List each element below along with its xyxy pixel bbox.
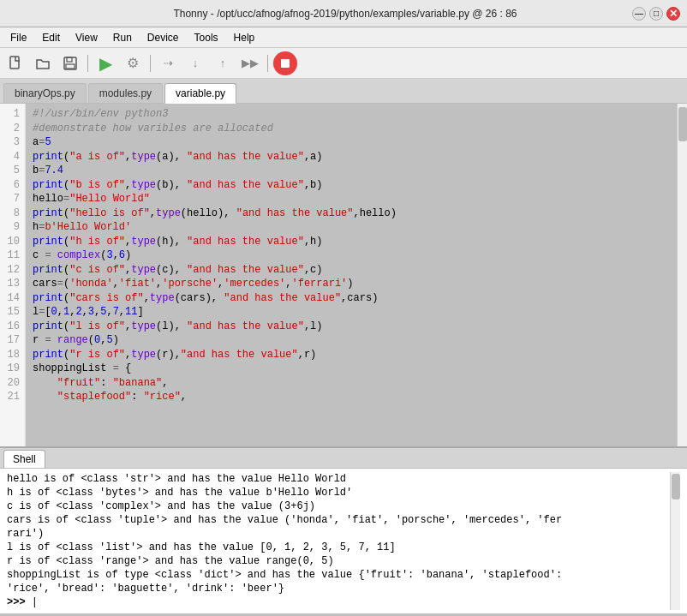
svg-rect-3 xyxy=(66,64,75,69)
close-button[interactable]: ✕ xyxy=(666,7,680,21)
menu-file[interactable]: File xyxy=(3,30,33,45)
editor-tabs: binaryOps.py modules.py variable.py xyxy=(0,79,687,104)
line-numbers: 12345 678910 1112131415 1617181920 21 xyxy=(0,104,26,446)
shell-output-text: hello is of <class 'str'> and has the va… xyxy=(7,473,562,595)
maximize-button[interactable]: □ xyxy=(649,7,663,21)
shell-cursor: | xyxy=(32,596,38,608)
step-over-button[interactable]: ⇢ xyxy=(156,51,180,75)
window-title: Thonny - /opt/ucc/afnog/afnog-2019/pytho… xyxy=(58,8,632,20)
shell-output-area[interactable]: hello is of <class 'str'> and has the va… xyxy=(0,469,687,613)
toolbar: ▶ ⚙ ⇢ ↓ ↑ ▶▶ xyxy=(0,48,687,79)
menu-view[interactable]: View xyxy=(69,30,105,45)
tab-variable[interactable]: variable.py xyxy=(164,83,236,104)
shell-tab[interactable]: Shell xyxy=(3,450,45,468)
resume-button[interactable]: ▶▶ xyxy=(238,51,262,75)
new-file-button[interactable] xyxy=(3,51,27,75)
main-area: 12345 678910 1112131415 1617181920 21 #!… xyxy=(0,104,687,613)
menu-tools[interactable]: Tools xyxy=(188,30,225,45)
svg-rect-0 xyxy=(10,57,19,69)
tab-modules[interactable]: modules.py xyxy=(88,83,163,103)
menu-device[interactable]: Device xyxy=(140,30,186,45)
tab-binaryops[interactable]: binaryOps.py xyxy=(3,83,87,103)
step-into-button[interactable]: ↓ xyxy=(183,51,207,75)
step-out-button[interactable]: ↑ xyxy=(211,51,235,75)
shell-scrollbar-thumb[interactable] xyxy=(672,474,680,499)
menubar: File Edit View Run Device Tools Help xyxy=(0,27,687,48)
editor-scrollbar[interactable] xyxy=(677,104,687,446)
save-file-button[interactable] xyxy=(58,51,82,75)
debug-button[interactable]: ⚙ xyxy=(121,51,145,75)
code-editor[interactable]: #!/usr/bin/env python3 #demonstrate how … xyxy=(26,104,677,446)
menu-run[interactable]: Run xyxy=(106,30,139,45)
titlebar: Thonny - /opt/ucc/afnog/afnog-2019/pytho… xyxy=(0,0,687,27)
open-file-button[interactable] xyxy=(31,51,55,75)
menu-edit[interactable]: Edit xyxy=(35,30,67,45)
stop-button[interactable] xyxy=(273,51,297,75)
toolbar-separator-1 xyxy=(87,55,88,72)
shell-tab-bar: Shell xyxy=(0,448,687,469)
toolbar-separator-3 xyxy=(267,55,268,72)
editor-wrapper: 12345 678910 1112131415 1617181920 21 #!… xyxy=(0,104,687,446)
shell-text: hello is of <class 'str'> and has the va… xyxy=(7,472,670,610)
menu-help[interactable]: Help xyxy=(227,30,262,45)
window-controls: — □ ✕ xyxy=(632,7,680,21)
app-window: Thonny - /opt/ucc/afnog/afnog-2019/pytho… xyxy=(0,0,687,616)
shell-prompt: >>> xyxy=(7,596,32,608)
shell-pane: Shell hello is of <class 'str'> and has … xyxy=(0,446,687,613)
editor-scrollbar-thumb[interactable] xyxy=(678,107,687,141)
shell-scrollbar[interactable] xyxy=(670,472,680,610)
minimize-button[interactable]: — xyxy=(632,7,646,21)
svg-rect-4 xyxy=(281,59,290,68)
toolbar-separator-2 xyxy=(150,55,151,72)
run-button[interactable]: ▶ xyxy=(93,51,117,75)
